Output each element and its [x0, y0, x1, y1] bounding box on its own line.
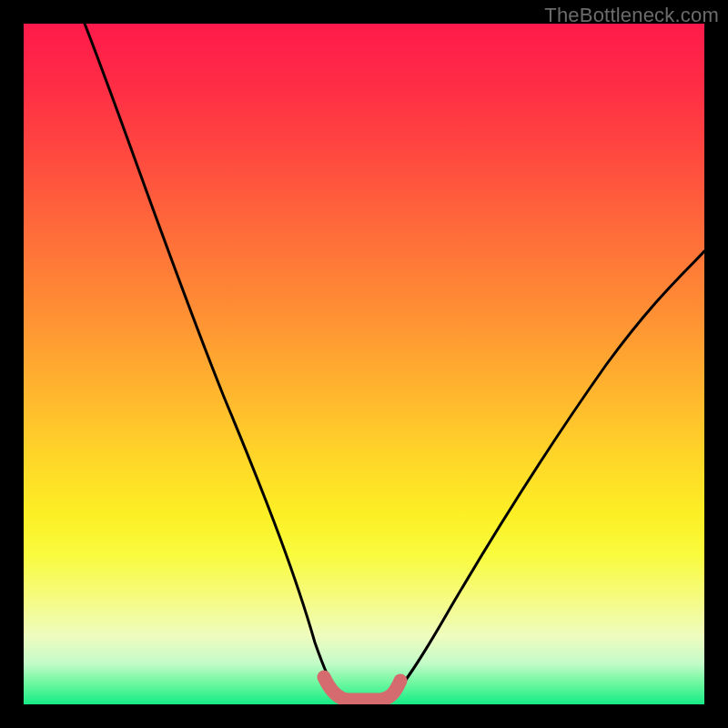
chart-svg: [24, 24, 704, 704]
right-curve: [386, 251, 704, 702]
left-curve: [85, 24, 344, 702]
chart-frame: [24, 24, 704, 704]
watermark-text: TheBottleneck.com: [544, 4, 719, 27]
trough-highlight: [324, 677, 400, 700]
